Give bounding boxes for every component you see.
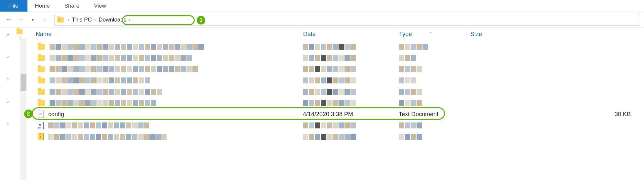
annotation-badge-1: 1 — [197, 16, 205, 24]
navigation-tree: ⌄ › › › › ⌃ — [0, 28, 28, 187]
redacted-text — [50, 100, 156, 106]
breadcrumb-folder[interactable]: Downloads — [99, 17, 126, 23]
ribbon-tab-share[interactable]: Share — [57, 0, 87, 12]
redacted-text — [399, 55, 466, 61]
redacted-text — [50, 89, 162, 95]
table-row[interactable] — [28, 97, 644, 109]
breadcrumb-separator-icon: › — [95, 17, 96, 22]
ribbon-tab-home[interactable]: Home — [27, 0, 57, 12]
redacted-text — [399, 122, 466, 128]
tree-expand-toggle[interactable]: › — [4, 52, 12, 60]
file-type: Text Document — [395, 111, 466, 118]
redacted-text — [303, 89, 395, 95]
redacted-text — [303, 122, 395, 128]
redacted-text — [303, 55, 395, 61]
table-row-config[interactable]: config 4/14/2020 3:38 PM Text Document 3… — [28, 109, 644, 120]
tree-expand-toggle[interactable]: › — [4, 97, 12, 105]
redacted-text — [303, 66, 395, 72]
tree-collapse-toggle[interactable]: ⌄ — [4, 30, 12, 38]
redacted-text — [50, 55, 192, 61]
table-row[interactable] — [28, 64, 644, 75]
column-header-date[interactable]: Date — [299, 31, 395, 38]
nav-up-button[interactable]: ↑ — [40, 15, 50, 25]
file-list-pane: Name Date ⌄ Type Size — [28, 28, 644, 187]
redacted-text — [399, 100, 466, 106]
pdf-file-icon — [38, 122, 44, 129]
tree-scrollbar-thumb[interactable] — [20, 74, 26, 91]
column-header-type-label: Type — [399, 31, 412, 37]
address-bar[interactable]: › This PC › Downloads › 1 — [54, 14, 640, 26]
table-row[interactable] — [28, 41, 644, 52]
redacted-text — [399, 66, 466, 72]
folder-icon — [17, 29, 22, 34]
redacted-text — [303, 100, 395, 106]
arrow-up-icon: ↑ — [43, 17, 46, 23]
ribbon-tab-file[interactable]: File — [0, 0, 27, 12]
redacted-text — [399, 134, 466, 140]
redacted-text — [50, 77, 150, 83]
redacted-text — [399, 89, 466, 95]
ribbon-bar: File Home Share View — [0, 0, 644, 12]
annotation-highlight-breadcrumb — [122, 15, 195, 25]
breadcrumb-separator-icon: › — [68, 17, 69, 22]
redacted-text — [303, 134, 395, 140]
table-row[interactable] — [28, 131, 644, 142]
redacted-text — [303, 44, 395, 50]
file-name: config — [48, 111, 64, 118]
table-row[interactable] — [28, 52, 644, 64]
file-date: 4/14/2020 3:38 PM — [299, 111, 395, 118]
folder-icon — [38, 78, 45, 83]
main-content: ⌄ › › › › ⌃ Name Date ⌄ Type Size — [0, 28, 644, 187]
ribbon-tab-view[interactable]: View — [87, 0, 113, 12]
file-rows: config 4/14/2020 3:38 PM Text Document 3… — [28, 41, 644, 142]
folder-icon — [38, 55, 45, 61]
navigation-bar: ← → ▾ ↑ › This PC › Downloads › 1 — [0, 12, 644, 28]
breadcrumb-root[interactable]: This PC — [72, 17, 92, 23]
column-header-size[interactable]: Size — [466, 31, 644, 38]
redacted-text — [48, 134, 167, 140]
tree-scrollbar[interactable] — [20, 38, 26, 180]
sort-indicator-icon: ⌄ — [429, 29, 432, 34]
column-header-type[interactable]: ⌄ Type — [395, 31, 466, 38]
nav-back-button[interactable]: ← — [4, 15, 14, 25]
nav-recent-dropdown[interactable]: ▾ — [28, 15, 38, 25]
downloads-folder-icon — [57, 17, 64, 23]
folder-icon — [38, 89, 45, 95]
column-header-name[interactable]: Name — [36, 31, 299, 38]
chevron-down-icon: ▾ — [32, 18, 34, 22]
arrow-left-icon: ← — [6, 16, 12, 23]
breadcrumb-separator-icon: › — [129, 17, 130, 22]
table-row[interactable] — [28, 86, 644, 97]
nav-forward-button[interactable]: → — [16, 15, 26, 25]
table-row[interactable] — [28, 75, 644, 86]
folder-icon — [38, 44, 45, 50]
redacted-text — [399, 77, 466, 83]
file-size: 30 KB — [466, 111, 644, 118]
text-file-icon — [38, 111, 44, 118]
table-row[interactable] — [28, 120, 644, 131]
tree-expand-toggle[interactable]: › — [4, 75, 12, 83]
zip-file-icon — [38, 133, 44, 140]
column-headers: Name Date ⌄ Type Size — [28, 28, 644, 41]
folder-icon — [38, 100, 45, 106]
redacted-text — [303, 77, 395, 83]
redacted-text — [50, 66, 198, 72]
redacted-text — [399, 44, 466, 50]
folder-icon — [38, 67, 45, 72]
arrow-right-icon: → — [18, 16, 24, 23]
redacted-text — [50, 44, 204, 50]
redacted-text — [48, 122, 149, 128]
tree-expand-toggle[interactable]: › — [4, 120, 12, 128]
